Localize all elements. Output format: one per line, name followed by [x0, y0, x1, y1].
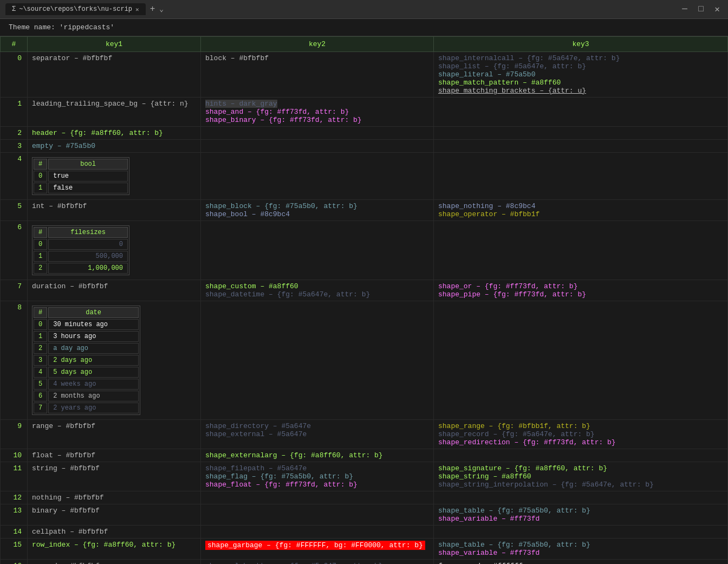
row-16-col3: foreground – #ffffff — [434, 560, 728, 565]
col-hash-header: # — [1, 37, 28, 52]
mini-table-row: 0 0 — [34, 239, 128, 250]
row-num: 8 — [1, 301, 28, 420]
row-14-col3 — [434, 526, 728, 539]
titlebar-left: Σ ~\source\repos\forks\nu-scrip ✕ + ⌄ — [5, 3, 164, 15]
row-4-col2 — [201, 153, 434, 200]
mini-row-num: 4 — [34, 367, 47, 378]
row-num: 9 — [1, 420, 28, 449]
table-row: 10 float – #bfbfbf shape_externalarg – {… — [1, 449, 728, 462]
table-row: 14 cellpath – #bfbfbf — [1, 526, 728, 539]
mini-row-num: 0 — [34, 319, 47, 330]
row-12-col3 — [434, 491, 728, 504]
hints-highlighted: hints – dark_gray — [205, 100, 277, 108]
mini-row-num: 7 — [34, 403, 47, 413]
tab-dropdown-button[interactable]: ⌄ — [159, 5, 164, 14]
mini-row-val: false — [48, 183, 128, 193]
close-button[interactable]: ✕ — [712, 4, 723, 15]
mini-table-row: 6 2 months ago — [34, 391, 139, 401]
minimize-button[interactable]: ─ — [679, 4, 690, 14]
table-row: 1 leading_trailing_space_bg – {attr: n} … — [1, 98, 728, 127]
row-5-col3: shape_nothing – #8c9bc4 shape_operator –… — [434, 200, 728, 221]
row-9-col1: range – #bfbfbf — [28, 420, 201, 449]
row-num: 0 — [1, 52, 28, 98]
row-num: 4 — [1, 153, 28, 200]
mini-row-num: 2 — [34, 263, 47, 274]
table-row: 15 row_index – {fg: #a8ff60, attr: b} sh… — [1, 539, 728, 560]
mini-table-row: 5 4 weeks ago — [34, 379, 139, 390]
mini-row-num: 1 — [34, 251, 47, 262]
row-14-col1: cellpath – #bfbfbf — [28, 526, 201, 539]
filesizes-mini-table: #filesizes 0 0 1 500,000 — [32, 225, 129, 275]
row-0-col2: block – #bfbfbf — [201, 52, 434, 98]
row-16-col2: shape_globpattern – {fg: #5a647e, attr: … — [201, 560, 434, 565]
row-2-col2 — [201, 127, 434, 140]
mini-row-val: 500,000 — [48, 251, 128, 262]
mini-table-row: 1 false — [34, 183, 128, 193]
mini-table-row: 7 2 years ago — [34, 403, 139, 413]
window-controls: ─ □ ✕ — [679, 4, 723, 15]
row-1-col3 — [434, 98, 728, 127]
table-row: 13 binary – #bfbfbf shape_table – {fg: #… — [1, 504, 728, 526]
row-9-col3: shape_range – {fg: #bfbb1f, attr: b} sha… — [434, 420, 728, 449]
theme-name-text: Theme name: 'rippedcasts' — [9, 23, 114, 31]
mini-row-val: 2 years ago — [48, 403, 139, 413]
row-num: 5 — [1, 200, 28, 221]
row-num: 7 — [1, 280, 28, 301]
terminal-icon: Σ — [12, 5, 16, 13]
row-13-col2 — [201, 504, 434, 526]
row-7-col3: shape_or – {fg: #ff73fd, attr: b} shape_… — [434, 280, 728, 301]
row-11-col2: shape_filepath – #5a647e shape_flag – {f… — [201, 462, 434, 491]
mini-table-row: 1 3 hours ago — [34, 331, 139, 342]
active-tab[interactable]: Σ ~\source\repos\forks\nu-scrip ✕ — [5, 3, 146, 15]
row-13-col1: binary – #bfbfbf — [28, 504, 201, 526]
mini-row-val: 2 months ago — [48, 391, 139, 401]
mini-table-row: 2 1,000,000 — [34, 263, 128, 274]
table-row: 11 string – #bfbfbf shape_filepath – #5a… — [1, 462, 728, 491]
table-row: 3 empty – #75a5b0 — [1, 140, 728, 153]
theme-name-line: Theme name: 'rippedcasts' — [0, 19, 728, 36]
titlebar: Σ ~\source\repos\forks\nu-scrip ✕ + ⌄ ─ … — [0, 0, 728, 19]
mini-row-num: 5 — [34, 379, 47, 390]
mini-row-val: 0 — [48, 239, 128, 250]
mini-date-col: date — [48, 307, 139, 318]
data-table: # key1 key2 key3 0 separator – #bfbfbf b… — [0, 36, 728, 564]
col-key2-header: key2 — [201, 37, 434, 52]
mini-table-row: 0 30 minutes ago — [34, 319, 139, 330]
row-num: 13 — [1, 504, 28, 526]
mini-table-row: 0 true — [34, 171, 128, 181]
row-10-col3 — [434, 449, 728, 462]
mini-hash-col: # — [34, 227, 47, 238]
table-row: 0 separator – #bfbfbf block – #bfbfbf sh… — [1, 52, 728, 98]
row-8-col2 — [201, 301, 434, 420]
tab-label: ~\source\repos\forks\nu-scrip — [19, 5, 132, 13]
row-5-col2: shape_block – {fg: #75a5b0, attr: b} sha… — [201, 200, 434, 221]
row-14-col2 — [201, 526, 434, 539]
row-11-col1: string – #bfbfbf — [28, 462, 201, 491]
row-10-col1: float – #bfbfbf — [28, 449, 201, 462]
new-tab-button[interactable]: + — [150, 4, 155, 14]
row-num: 16 — [1, 560, 28, 565]
row-2-col1: header – {fg: #a8ff60, attr: b} — [28, 127, 201, 140]
maximize-button[interactable]: □ — [696, 4, 706, 14]
row-6-col2 — [201, 221, 434, 280]
row-num: 2 — [1, 127, 28, 140]
row-7-col2: shape_custom – #a8ff60 shape_datetime – … — [201, 280, 434, 301]
mini-row-val: 3 hours ago — [48, 331, 139, 342]
shape-garbage-cell: shape_garbage – {fg: #FFFFFF, bg: #FF000… — [205, 541, 425, 550]
mini-row-val: 2 days ago — [48, 355, 139, 366]
row-num: 11 — [1, 462, 28, 491]
row-15-col3: shape_table – {fg: #75a5b0, attr: b} sha… — [434, 539, 728, 560]
tab-close-button[interactable]: ✕ — [135, 6, 139, 13]
row-8-col3 — [434, 301, 728, 420]
mini-table-row: 3 2 days ago — [34, 355, 139, 366]
row-12-col1: nothing – #bfbfbf — [28, 491, 201, 504]
row-5-col1: int – #bfbfbf — [28, 200, 201, 221]
row-2-col3 — [434, 127, 728, 140]
bool-mini-table: #bool 0 true 1 false — [32, 157, 129, 195]
row-7-col1: duration – #bfbfbf — [28, 280, 201, 301]
table-row: 9 range – #bfbfbf shape_directory – #5a6… — [1, 420, 728, 449]
row-13-col3: shape_table – {fg: #75a5b0, attr: b} sha… — [434, 504, 728, 526]
row-num: 14 — [1, 526, 28, 539]
mini-row-val: true — [48, 171, 128, 181]
mini-row-num: 3 — [34, 355, 47, 366]
